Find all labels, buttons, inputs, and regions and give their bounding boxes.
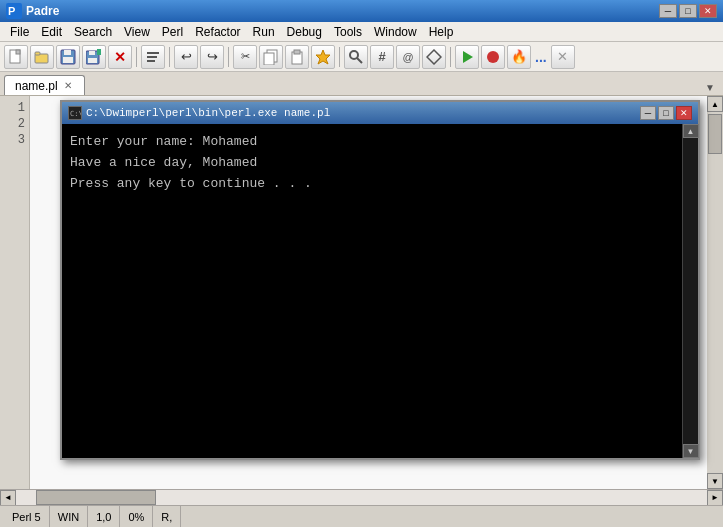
svg-point-21 — [350, 51, 358, 59]
editor-wrapper: 1 2 3 C:\ — [0, 96, 723, 505]
toolbar-redo[interactable]: ↪ — [200, 45, 224, 69]
tab-name-pl[interactable]: name.pl ✕ — [4, 75, 85, 95]
console-minimize[interactable]: ─ — [640, 106, 656, 120]
console-title-text: C:\Dwimperl\perl\bin\perl.exe name.pl — [86, 107, 636, 119]
main-content: 1 2 3 C:\ — [0, 96, 723, 505]
maximize-button[interactable]: □ — [679, 4, 697, 18]
toolbar-more[interactable]: ... — [533, 49, 549, 65]
svg-rect-13 — [147, 52, 159, 54]
line-number-1: 1 — [4, 100, 25, 116]
scroll-track[interactable] — [16, 490, 707, 505]
svg-rect-5 — [35, 52, 40, 55]
svg-rect-12 — [97, 49, 101, 55]
toolbar-sep-4 — [339, 47, 340, 67]
toolbar-cut[interactable]: ✂ — [233, 45, 257, 69]
svg-rect-10 — [88, 58, 97, 63]
svg-rect-14 — [147, 56, 157, 58]
console-title-bar: C:\ C:\Dwimperl\perl\bin\perl.exe name.p… — [62, 102, 698, 124]
svg-rect-7 — [63, 57, 73, 63]
menu-window[interactable]: Window — [368, 23, 423, 41]
svg-marker-23 — [427, 50, 441, 64]
console-close[interactable]: ✕ — [676, 106, 692, 120]
svg-line-22 — [357, 58, 362, 63]
close-button[interactable]: ✕ — [699, 4, 717, 18]
toolbar-run[interactable] — [455, 45, 479, 69]
title-bar: P Padre ─ □ ✕ — [0, 0, 723, 22]
status-zoom: 0% — [120, 506, 153, 527]
menu-refactor[interactable]: Refactor — [189, 23, 246, 41]
tab-label: name.pl — [15, 79, 58, 93]
svg-rect-15 — [147, 60, 155, 62]
title-bar-controls: ─ □ ✕ — [659, 4, 717, 18]
toolbar-disable[interactable]: ✕ — [551, 45, 575, 69]
menu-edit[interactable]: Edit — [35, 23, 68, 41]
scroll-down-arrow[interactable]: ▼ — [707, 473, 723, 489]
app-title: Padre — [26, 4, 659, 18]
console-controls: ─ □ ✕ — [640, 106, 692, 120]
menu-tools[interactable]: Tools — [328, 23, 368, 41]
svg-rect-8 — [64, 50, 71, 55]
toolbar-paste[interactable] — [285, 45, 309, 69]
toolbar-debug-stop[interactable] — [481, 45, 505, 69]
horizontal-scrollbar: ◄ ► — [0, 489, 723, 505]
minimize-button[interactable]: ─ — [659, 4, 677, 18]
menu-perl[interactable]: Perl — [156, 23, 189, 41]
console-icon: C:\ — [68, 106, 82, 120]
toolbar-sep-3 — [228, 47, 229, 67]
menu-help[interactable]: Help — [423, 23, 460, 41]
toolbar-search[interactable] — [344, 45, 368, 69]
svg-text:P: P — [8, 5, 15, 17]
toolbar-open[interactable] — [30, 45, 54, 69]
scroll-right-arrow[interactable]: ► — [707, 490, 723, 506]
menu-view[interactable]: View — [118, 23, 156, 41]
toolbar-save[interactable] — [56, 45, 80, 69]
menu-search[interactable]: Search — [68, 23, 118, 41]
toolbar-mark[interactable] — [311, 45, 335, 69]
svg-marker-20 — [316, 50, 330, 64]
line-number-3: 3 — [4, 132, 25, 148]
toolbar: ✕ ↩ ↪ ✂ # @ — [0, 42, 723, 72]
toolbar-copy[interactable] — [259, 45, 283, 69]
svg-rect-11 — [89, 51, 95, 55]
scroll-left-arrow[interactable]: ◄ — [0, 490, 16, 506]
svg-point-25 — [487, 51, 499, 63]
status-mode: R, — [153, 506, 181, 527]
menu-run[interactable]: Run — [247, 23, 281, 41]
toolbar-hash[interactable]: # — [370, 45, 394, 69]
status-line-ending: WIN — [50, 506, 88, 527]
scroll-thumb-h[interactable] — [36, 490, 156, 505]
toolbar-save-all[interactable] — [82, 45, 106, 69]
menu-debug[interactable]: Debug — [281, 23, 328, 41]
toolbar-format[interactable] — [141, 45, 165, 69]
toolbar-sep-2 — [169, 47, 170, 67]
toolbar-new[interactable] — [4, 45, 28, 69]
menu-file[interactable]: File — [4, 23, 35, 41]
scroll-up-arrow[interactable]: ▲ — [707, 96, 723, 112]
console-window: C:\ C:\Dwimperl\perl\bin\perl.exe name.p… — [60, 100, 700, 460]
editor-inner: 1 2 3 C:\ — [0, 96, 723, 489]
status-perl-version: Perl 5 — [4, 506, 50, 527]
console-line-5: Press any key to continue . . . — [70, 174, 674, 195]
scroll-thumb[interactable] — [708, 114, 722, 154]
toolbar-stop[interactable]: ✕ — [108, 45, 132, 69]
toolbar-diamond[interactable] — [422, 45, 446, 69]
editor-area[interactable]: C:\ C:\Dwimperl\perl\bin\perl.exe name.p… — [30, 96, 723, 489]
toolbar-sep-1 — [136, 47, 137, 67]
status-bar: Perl 5 WIN 1,0 0% R, — [0, 505, 723, 527]
menu-bar: File Edit Search View Perl Refactor Run … — [0, 22, 723, 42]
tab-dropdown[interactable]: ▼ — [701, 80, 719, 95]
toolbar-undo[interactable]: ↩ — [174, 45, 198, 69]
svg-text:C:\: C:\ — [70, 110, 81, 118]
console-maximize[interactable]: □ — [658, 106, 674, 120]
svg-marker-24 — [463, 51, 473, 63]
status-position: 1,0 — [88, 506, 120, 527]
toolbar-email[interactable]: @ — [396, 45, 420, 69]
tab-close-button[interactable]: ✕ — [62, 80, 74, 91]
console-scroll-down[interactable]: ▼ — [683, 444, 699, 458]
toolbar-sep-5 — [450, 47, 451, 67]
app-icon: P — [6, 3, 22, 19]
console-line-1: Enter your name: Mohamed — [70, 132, 674, 153]
console-scroll-up[interactable]: ▲ — [683, 124, 699, 138]
vertical-scrollbar: ▲ ▼ — [707, 96, 723, 489]
toolbar-flame[interactable]: 🔥 — [507, 45, 531, 69]
